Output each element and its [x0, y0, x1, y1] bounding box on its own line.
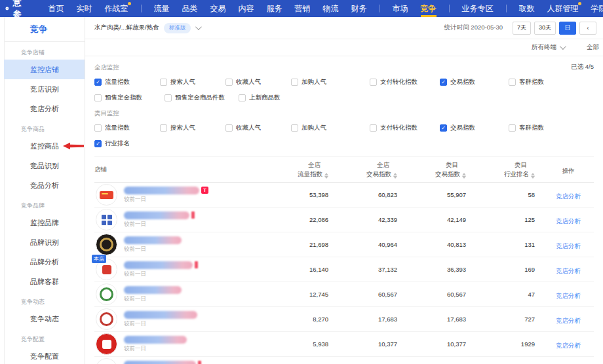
- checkbox[interactable]: [370, 79, 377, 86]
- checkbox[interactable]: [225, 79, 233, 86]
- nav-item[interactable]: 作战室: [105, 0, 128, 17]
- checkbox[interactable]: [239, 94, 246, 101]
- column-header[interactable]: 类目交易指数: [405, 160, 474, 179]
- checkbox-item[interactable]: 上新商品数: [239, 94, 594, 102]
- nav-item[interactable]: 流量: [154, 0, 170, 17]
- checkbox[interactable]: ✓: [94, 79, 102, 86]
- column-header[interactable]: 类目行业排名: [474, 160, 543, 179]
- checkbox[interactable]: [291, 79, 298, 86]
- sort-icon[interactable]: [531, 173, 535, 179]
- column-header[interactable]: 全店交易指数: [336, 160, 405, 179]
- sidebar-item[interactable]: 监控品牌: [4, 213, 85, 232]
- checkbox-item[interactable]: 搜索人气: [160, 78, 225, 86]
- sidebar-item[interactable]: 竞争动态: [4, 309, 85, 329]
- checkbox[interactable]: [160, 79, 167, 86]
- checkbox[interactable]: [94, 124, 102, 132]
- sidebar-item[interactable]: 竞品识别: [4, 156, 85, 175]
- brand-name: 生意参谋: [13, 0, 28, 17]
- checkbox-item[interactable]: 预售定金指数: [94, 94, 165, 102]
- nav-item[interactable]: 竞争: [421, 0, 437, 17]
- nav-item[interactable]: 实时: [77, 0, 92, 17]
- checkbox-item[interactable]: ✓行业排名: [94, 139, 160, 148]
- brand[interactable]: 生意参谋: [5, 0, 28, 17]
- checkbox-item[interactable]: 加购人气: [291, 124, 370, 132]
- checkbox-item[interactable]: ✓流量指数: [94, 78, 160, 86]
- nav-item[interactable]: 交易: [210, 0, 226, 17]
- checkbox-item[interactable]: 客群指数: [509, 78, 594, 86]
- checkbox-item[interactable]: 收藏人气: [225, 124, 291, 132]
- checkbox[interactable]: [291, 124, 298, 132]
- sidebar-item[interactable]: 监控店铺: [4, 60, 85, 79]
- shop-name-block: 较前一日: [124, 286, 182, 303]
- checkbox[interactable]: [165, 94, 172, 101]
- range-button[interactable]: ‹: [579, 22, 596, 35]
- range-button[interactable]: 日: [559, 22, 576, 35]
- scope-select[interactable]: 全部: [587, 43, 599, 52]
- sidebar-item[interactable]: 品牌分析: [4, 252, 85, 272]
- nav-item[interactable]: 内容: [239, 0, 254, 17]
- nav-item[interactable]: 财务: [351, 0, 367, 17]
- shop-analysis-link[interactable]: 竞店分析: [556, 217, 581, 225]
- nav-item[interactable]: 营销: [295, 0, 311, 17]
- nav-item[interactable]: 物流: [323, 0, 339, 17]
- checkbox-item[interactable]: 预售定金商品件数: [165, 94, 239, 102]
- shop-analysis-link[interactable]: 竞店分析: [556, 317, 581, 324]
- checkbox-item[interactable]: 客群指数: [509, 124, 594, 132]
- table-row: 较前一日5,93810,37710,3771929竞店分析: [94, 332, 594, 357]
- nav-item[interactable]: 市场: [393, 0, 408, 17]
- checkbox[interactable]: ✓: [440, 124, 447, 132]
- sidebar-item[interactable]: 监控商品: [4, 136, 85, 156]
- sidebar-item[interactable]: 竞店识别: [4, 79, 85, 99]
- checkbox-item[interactable]: 流量指数: [94, 124, 160, 132]
- checkbox[interactable]: [370, 124, 377, 132]
- checkbox[interactable]: [509, 79, 516, 86]
- nav-item[interactable]: 服务: [267, 0, 282, 17]
- checkbox[interactable]: [94, 94, 102, 101]
- sidebar-item[interactable]: 品牌识别: [4, 232, 85, 252]
- metric-value: 10,377: [405, 340, 474, 348]
- nav-item[interactable]: 取数: [519, 0, 535, 17]
- sidebar-item[interactable]: 品牌客群: [4, 272, 85, 291]
- sort-icon[interactable]: [324, 173, 328, 179]
- shop-analysis-link[interactable]: 竞店分析: [556, 292, 581, 299]
- metric-value: 60,567: [336, 291, 405, 298]
- checkbox-item[interactable]: 支付转化指数: [370, 124, 440, 132]
- chevron-down-icon[interactable]: [195, 24, 202, 30]
- shop-analysis-link[interactable]: 竞店分析: [556, 267, 581, 274]
- shop-analysis-link[interactable]: 竞店分析: [556, 242, 581, 249]
- checkbox-item[interactable]: 支付转化指数: [370, 78, 440, 86]
- nav-item[interactable]: 首页: [49, 0, 64, 17]
- checkbox-item[interactable]: 收藏人气: [225, 78, 291, 86]
- sort-icon[interactable]: [393, 173, 397, 179]
- nav-item[interactable]: 品类: [182, 0, 198, 17]
- sidebar-item[interactable]: 竞店分析: [4, 99, 85, 118]
- shop-analysis-link[interactable]: 竞店分析: [556, 342, 581, 349]
- nav-item[interactable]: 人群管理: [547, 0, 579, 17]
- logo-mark: [100, 312, 113, 326]
- checkbox[interactable]: [225, 124, 233, 132]
- range-button[interactable]: 30天: [534, 22, 556, 35]
- checkbox[interactable]: ✓: [94, 140, 102, 147]
- checkbox[interactable]: ✓: [440, 79, 447, 86]
- stat-time: 统计时间 2020-05-30: [444, 24, 503, 32]
- checkbox-item[interactable]: 搜索人气: [160, 124, 225, 132]
- checkbox[interactable]: [509, 124, 516, 132]
- nav-item[interactable]: 业务专区: [462, 0, 494, 17]
- sort-icon[interactable]: [462, 173, 466, 179]
- checkbox-item[interactable]: ✓交易指数: [440, 124, 509, 132]
- nav-item[interactable]: 学院: [591, 0, 603, 17]
- sidebar-item[interactable]: 竞争配置: [4, 346, 85, 364]
- compare-label: 较前一日: [124, 345, 187, 353]
- checkbox-item[interactable]: 加购人气: [291, 78, 370, 86]
- sidebar-item[interactable]: 竞品分析: [4, 175, 85, 195]
- shop-cell: 较前一日: [94, 333, 267, 355]
- shop-analysis-link[interactable]: 竞店分析: [556, 192, 581, 200]
- range-button[interactable]: 7天: [513, 22, 531, 35]
- category-path[interactable]: 水产肉类/...鲜蔬果/熟食: [94, 24, 159, 32]
- terminal-select[interactable]: 所有终端: [532, 43, 564, 52]
- checkbox-item[interactable]: ✓交易指数: [440, 78, 509, 86]
- checkbox-label: 预售定金指数: [105, 94, 142, 102]
- checkbox[interactable]: [160, 124, 167, 132]
- column-header[interactable]: 全店流量指数: [267, 160, 336, 179]
- table-header: 店铺全店流量指数全店交易指数类目交易指数类目行业排名操作: [94, 156, 594, 183]
